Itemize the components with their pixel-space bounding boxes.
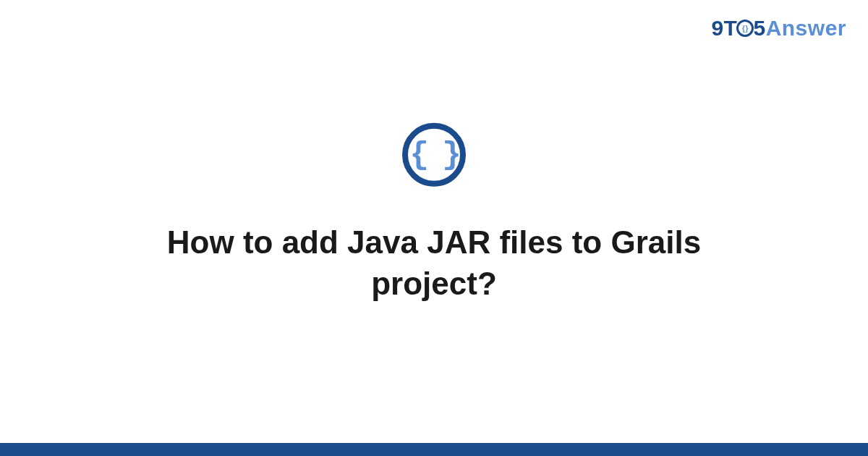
logo-o-icon: {} <box>736 20 754 37</box>
logo-text-answer: Answer <box>766 16 846 40</box>
braces-icon: { } <box>409 139 458 171</box>
logo-o-braces: {} <box>742 25 749 33</box>
question-title: How to add Java JAR files to Grails proj… <box>109 221 760 304</box>
code-category-icon: { } <box>402 123 466 187</box>
main-content: { } How to add Java JAR files to Grails … <box>0 123 868 304</box>
footer-accent-bar <box>0 443 868 456</box>
logo-text-9t: 9T <box>711 16 737 40</box>
logo-text-5: 5 <box>753 16 765 40</box>
site-logo[interactable]: 9T{}5Answer <box>711 16 846 41</box>
